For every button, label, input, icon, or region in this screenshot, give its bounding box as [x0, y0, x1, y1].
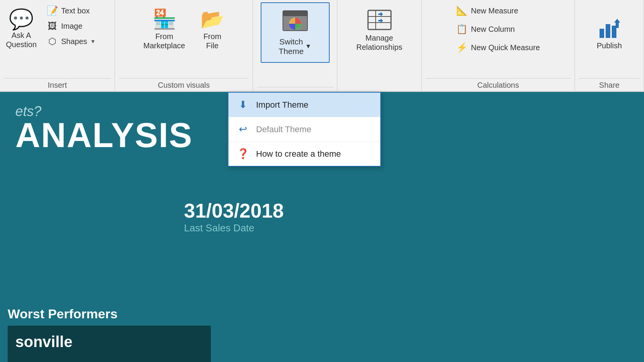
publish-icon — [596, 15, 623, 41]
svg-rect-7 — [600, 29, 604, 38]
from-file-button[interactable]: 📂 From File — [197, 2, 228, 56]
from-file-label: From File — [204, 32, 222, 50]
switch-theme-icon — [281, 9, 309, 37]
switch-theme-label-row: Switch Theme ▼ — [279, 37, 311, 56]
date-label: Last Sales Date — [184, 222, 284, 234]
worst-performers-title: Worst Performers — [8, 306, 118, 321]
ask-question-label: Ask A Question — [6, 31, 36, 49]
from-marketplace-icon: 🏪 — [153, 8, 176, 30]
custom-visuals-buttons: 🏪 From Marketplace 📂 From File — [140, 2, 228, 78]
textbox-icon: 📝 — [47, 5, 58, 16]
image-icon: 🖼 — [47, 21, 58, 31]
shapes-dropdown-icon: ▼ — [90, 38, 95, 44]
default-theme-label: Default Theme — [256, 124, 311, 134]
import-theme-icon: ⬇ — [236, 99, 250, 111]
ribbon-section-custom-visuals: 🏪 From Marketplace 📂 From File Custom vi… — [115, 0, 253, 91]
manage-relationships-label: Manage Relationships — [356, 33, 402, 52]
shapes-icon: ⬡ — [47, 36, 58, 47]
import-theme-item[interactable]: ⬇ Import Theme — [228, 93, 380, 117]
new-measure-button[interactable]: 📐 New Measure — [453, 4, 543, 18]
switch-theme-dropdown: ⬇ Import Theme ↩ Default Theme ❓ How to … — [228, 92, 381, 167]
image-label: Image — [61, 22, 83, 31]
calculations-buttons: 📐 New Measure 📋 New Column ⚡ New Quick M… — [453, 2, 543, 78]
worst-performers-left: Worst Performers sonville — [8, 306, 118, 321]
share-section-label: Share — [579, 78, 640, 91]
import-theme-label: Import Theme — [256, 100, 309, 110]
svg-rect-1 — [283, 11, 307, 16]
theme-section-label — [257, 87, 333, 91]
default-theme-icon: ↩ — [236, 123, 250, 135]
theme-buttons: Switch Theme ▼ — [261, 2, 330, 87]
date-section: 31/03/2018 Last Sales Date — [184, 199, 284, 234]
textbox-button[interactable]: 📝 Text box — [44, 4, 113, 18]
new-measure-icon: 📐 — [456, 5, 468, 16]
switch-theme-label: Switch Theme — [279, 37, 304, 56]
ribbon-section-calculations: 📐 New Measure 📋 New Column ⚡ New Quick M… — [422, 0, 575, 91]
city-name: sonville — [8, 326, 211, 358]
how-to-create-icon: ❓ — [236, 148, 250, 160]
new-column-icon: 📋 — [456, 24, 468, 34]
ribbon-section-share: Publish Share — [575, 0, 644, 91]
manage-relationships-button[interactable]: Manage Relationships — [349, 2, 410, 56]
textbox-label: Text box — [61, 7, 90, 15]
publish-label: Publish — [597, 41, 622, 50]
ribbon-section-theme: Switch Theme ▼ — [253, 0, 337, 91]
manage-buttons: Manage Relationships — [349, 2, 410, 87]
shapes-button[interactable]: ⬡ Shapes ▼ — [44, 34, 113, 48]
date-value: 31/03/2018 — [184, 199, 284, 222]
from-marketplace-label: From Marketplace — [143, 32, 185, 50]
new-column-button[interactable]: 📋 New Column — [453, 22, 543, 36]
switch-theme-dropdown-arrow: ▼ — [305, 43, 311, 50]
switch-theme-button[interactable]: Switch Theme ▼ — [261, 2, 330, 63]
ask-question-button[interactable]: 💬 Ask A Question — [2, 2, 40, 56]
default-theme-item[interactable]: ↩ Default Theme — [228, 117, 380, 142]
ribbon: 💬 Ask A Question 📝 Text box 🖼 Image ⬡ Sh… — [0, 0, 644, 92]
publish-button[interactable]: Publish — [585, 2, 634, 63]
ribbon-section-manage: Manage Relationships — [337, 0, 422, 91]
image-button[interactable]: 🖼 Image — [44, 19, 113, 33]
insert-small-group: 📝 Text box 🖼 Image ⬡ Shapes ▼ — [44, 2, 113, 48]
new-column-label: New Column — [471, 25, 514, 34]
shapes-label: Shapes — [61, 37, 87, 46]
manage-relationships-icon — [366, 7, 393, 33]
how-to-create-label: How to create a theme — [256, 149, 341, 159]
calc-small-group: 📐 New Measure 📋 New Column ⚡ New Quick M… — [453, 2, 543, 54]
new-measure-label: New Measure — [471, 7, 518, 15]
new-quick-measure-button[interactable]: ⚡ New Quick Measure — [453, 41, 543, 54]
manage-section-label — [341, 87, 417, 91]
svg-rect-8 — [606, 24, 610, 38]
from-marketplace-button[interactable]: 🏪 From Marketplace — [140, 2, 189, 56]
insert-buttons: 💬 Ask A Question 📝 Text box 🖼 Image ⬡ Sh… — [2, 2, 112, 78]
how-to-create-theme-item[interactable]: ❓ How to create a theme — [228, 142, 380, 166]
ribbon-section-insert: 💬 Ask A Question 📝 Text box 🖼 Image ⬡ Sh… — [0, 0, 115, 91]
custom-visuals-section-label: Custom visuals — [119, 78, 249, 91]
dark-box: sonville — [8, 326, 211, 362]
from-file-icon: 📂 — [200, 8, 224, 30]
new-quick-measure-label: New Quick Measure — [471, 43, 540, 52]
share-buttons: Publish — [585, 2, 634, 78]
insert-section-label: Insert — [4, 78, 111, 91]
ask-question-icon: 💬 — [9, 9, 34, 29]
calculations-section-label: Calculations — [426, 78, 571, 91]
new-quick-measure-icon: ⚡ — [456, 42, 468, 53]
